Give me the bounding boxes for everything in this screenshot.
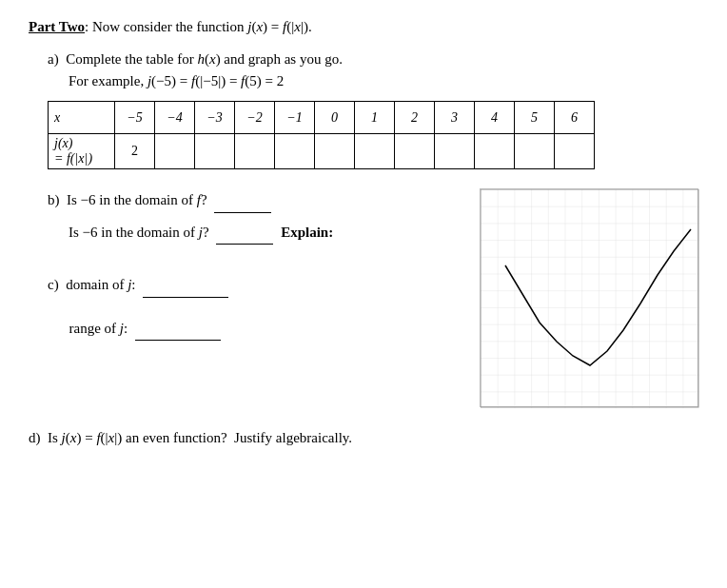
- cell-8: [435, 134, 475, 169]
- bc-layout: b) Is −6 in the domain of f? Is −6 in th…: [48, 188, 698, 407]
- col-header-2: −3: [195, 102, 235, 134]
- explain-label: Explain:: [281, 225, 333, 240]
- part-d: d) Is j(x) = f(|x|) an even function? Ju…: [29, 430, 698, 446]
- part-d-label: d) Is j(x) = f(|x|) an even function? Ju…: [29, 430, 352, 445]
- part-intro: Now consider the function j(x) = f(|x|).: [92, 19, 312, 34]
- cell-7: [395, 134, 435, 169]
- value-table-wrapper: x −5 −4 −3 −2 −1 0 1 2 3 4 5 6: [48, 101, 698, 169]
- col-header-8: 3: [435, 102, 475, 134]
- cell-0: 2: [115, 134, 155, 169]
- part-label: Part Two: [29, 19, 85, 34]
- col-header-9: 4: [475, 102, 515, 134]
- graph-svg: [481, 189, 699, 408]
- x-header: x: [49, 102, 115, 134]
- question-b: b) Is −6 in the domain of f?: [48, 188, 461, 213]
- cell-3: [235, 134, 275, 169]
- col-header-1: −4: [155, 102, 195, 134]
- table-row-jx: j(x)= f(|x|) 2: [49, 134, 595, 169]
- graph-container: [480, 188, 698, 407]
- graph-area: [480, 188, 698, 407]
- instruction-line2: For example, j(−5) = f(|−5|) = f(5) = 2: [69, 70, 698, 92]
- col-header-6: 1: [355, 102, 395, 134]
- bc-left: b) Is −6 in the domain of f? Is −6 in th…: [48, 188, 461, 407]
- instruction-line1: a) Complete the table for h(x) and graph…: [48, 49, 698, 70]
- cell-10: [515, 134, 555, 169]
- col-header-4: −1: [275, 102, 315, 134]
- cell-2: [195, 134, 235, 169]
- blank-range: [135, 340, 221, 341]
- question-b2: Is −6 in the domain of j? Explain:: [69, 221, 461, 245]
- col-header-11: 6: [555, 102, 595, 134]
- col-header-7: 2: [395, 102, 435, 134]
- cell-1: [155, 134, 195, 169]
- col-header-0: −5: [115, 102, 155, 134]
- blank-b1: [214, 212, 271, 213]
- jx-row-label: j(x)= f(|x|): [49, 134, 115, 169]
- value-table: x −5 −4 −3 −2 −1 0 1 2 3 4 5 6: [48, 101, 595, 169]
- grid-bg: [481, 189, 699, 408]
- section-a: a) Complete the table for h(x) and graph…: [48, 49, 698, 407]
- cell-5: [315, 134, 355, 169]
- cell-6: [355, 134, 395, 169]
- blank-b2: [216, 244, 273, 245]
- cell-4: [275, 134, 315, 169]
- col-header-3: −2: [235, 102, 275, 134]
- col-header-5: 0: [315, 102, 355, 134]
- cell-11: [555, 134, 595, 169]
- table-header-row: x −5 −4 −3 −2 −1 0 1 2 3 4 5 6: [49, 102, 595, 134]
- instruction-a: a) Complete the table for h(x) and graph…: [48, 49, 698, 91]
- blank-domain: [143, 297, 228, 298]
- part-title: Part Two: Now consider the function j(x)…: [29, 19, 698, 35]
- col-header-10: 5: [515, 102, 555, 134]
- question-c-range: range of j:: [48, 317, 461, 342]
- cell-9: [475, 134, 515, 169]
- question-c-domain: c) domain of j:: [48, 273, 461, 298]
